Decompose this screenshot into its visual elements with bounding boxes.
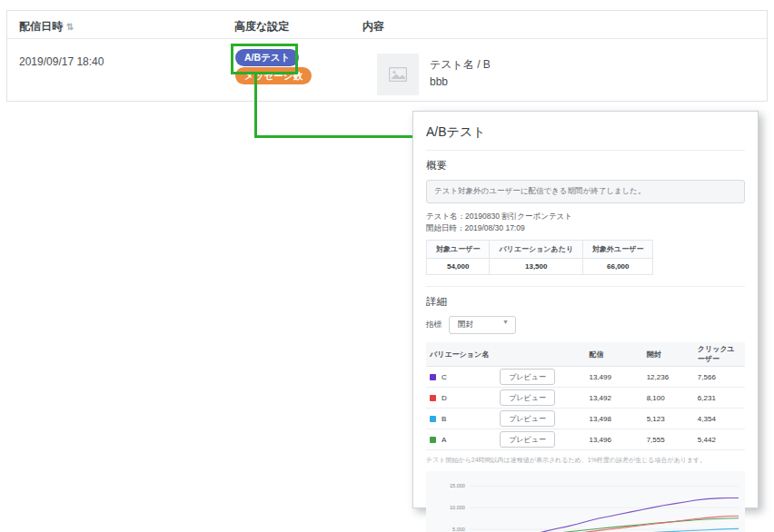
variations-header-row: バリエーション名 配信 開封 クリックユーザー (426, 342, 745, 367)
column-header-datetime: 配信日時⇅ (19, 19, 74, 34)
summary-header-target-users: 対象ユーザー (427, 241, 490, 259)
variations-header-clicked: クリックユーザー (694, 342, 745, 366)
clicked-count: 5,442 (694, 434, 745, 446)
column-header-datetime-label: 配信日時 (19, 20, 63, 33)
variations-table: バリエーション名 配信 開封 クリックユーザー C プレビュー 13,499 1… (426, 342, 745, 450)
start-datetime-value: 2019/08/30 17:09 (465, 223, 525, 232)
message-list-table: 配信日時⇅ 高度な設定 内容 2019/09/17 18:40 A/Bテスト メ… (6, 10, 768, 102)
divider (426, 286, 745, 287)
clicked-count: 4,354 (694, 413, 745, 425)
metric-select-value: 開封 (458, 320, 473, 329)
test-name-value: 20190830 割引クーポンテスト (465, 212, 572, 221)
clicked-count: 7,566 (694, 371, 745, 383)
column-header-content: 内容 (362, 19, 384, 34)
image-icon (389, 67, 407, 82)
metric-select[interactable]: 開封 ▼ (449, 316, 516, 334)
variation-color-swatch (430, 395, 436, 401)
opened-count: 5,123 (643, 413, 694, 425)
summary-header-excluded-users: 対象外ユーザー (583, 241, 653, 259)
opened-count: 7,555 (643, 434, 694, 446)
metric-label: 指標 (426, 320, 442, 330)
variations-header-delivered: 配信 (586, 348, 643, 361)
connector-line-horizontal (254, 135, 412, 138)
variation-color-swatch (430, 437, 436, 443)
svg-text:5,000: 5,000 (452, 527, 465, 532)
test-meta: テスト名：20190830 割引クーポンテスト 開始日時：2019/08/30 … (426, 211, 745, 234)
preview-button[interactable]: プレビュー (500, 369, 555, 385)
chevron-down-icon: ▼ (502, 319, 509, 325)
summary-value-target-users: 54,000 (427, 259, 490, 275)
metric-selector-row: 指標 開封 ▼ (426, 316, 745, 334)
variation-name: B (442, 415, 446, 423)
delivery-datetime: 2019/09/17 18:40 (19, 55, 104, 68)
ab-test-panel: A/Bテスト 概要 テスト対象外のユーザーに配信できる期間が終了しました。 テス… (412, 111, 759, 508)
summary-value-per-variation: 13,500 (490, 259, 583, 275)
preview-button[interactable]: プレビュー (500, 389, 555, 406)
variation-row: A プレビュー 13,496 7,555 5,442 (426, 429, 745, 450)
variation-row: B プレビュー 13,498 5,123 4,354 (426, 409, 745, 429)
column-header-advanced-settings: 高度な設定 (234, 19, 289, 34)
preliminary-data-footnote: テスト開始から24時間以内は速報値が表示されるため、1%程度の誤差が生じる場合が… (426, 456, 745, 465)
message-count-badge[interactable]: メッセージ数 (235, 67, 312, 84)
delivered-count: 13,499 (585, 371, 642, 383)
overview-heading: 概要 (426, 159, 745, 172)
clicked-count: 6,231 (694, 392, 745, 404)
summary-table: 対象ユーザー バリエーションあたり 対象外ユーザー 54,000 13,500 … (426, 240, 653, 275)
opened-count: 12,236 (643, 371, 694, 383)
variation-color-swatch (430, 416, 436, 422)
variation-row: D プレビュー 13,492 8,100 6,231 (426, 388, 745, 409)
summary-value-excluded-users: 66,000 (583, 259, 653, 275)
panel-title: A/Bテスト (426, 124, 745, 141)
preview-button[interactable]: プレビュー (500, 431, 555, 448)
message-thumbnail (377, 54, 419, 95)
svg-text:10,000: 10,000 (450, 505, 465, 510)
table-header-row: 配信日時⇅ 高度な設定 内容 (7, 11, 767, 39)
test-name-text: テスト名 / B (430, 56, 491, 74)
message-content-cell: テスト名 / B bbb (430, 56, 491, 90)
period-ended-alert: テスト対象外のユーザーに配信できる期間が終了しました。 (426, 180, 745, 203)
variations-header-name: バリエーション名 (426, 348, 586, 361)
variations-header-opened: 開封 (643, 348, 694, 361)
detail-heading: 詳細 (426, 295, 745, 309)
variation-row: C プレビュー 13,499 12,236 7,566 (426, 367, 745, 388)
delivered-count: 13,498 (585, 413, 642, 425)
opened-count: 8,100 (643, 392, 694, 404)
page: 配信日時⇅ 高度な設定 内容 2019/09/17 18:40 A/Bテスト メ… (0, 0, 774, 532)
divider (426, 150, 745, 151)
variation-name: D (442, 394, 447, 402)
delivered-count: 13,496 (585, 434, 642, 446)
message-body-text: bbb (430, 74, 491, 91)
connector-line-vertical (254, 74, 257, 137)
sort-icon[interactable]: ⇅ (66, 22, 74, 32)
variation-color-swatch (430, 374, 436, 380)
summary-header-per-variation: バリエーションあたり (490, 241, 583, 259)
svg-text:15,000: 15,000 (450, 484, 465, 489)
test-name-label: テスト名： (426, 212, 465, 221)
start-datetime-label: 開始日時： (426, 223, 465, 232)
line-chart: 05,00010,00015,00020190901 11:0020190901… (426, 473, 746, 532)
delivered-count: 13,492 (585, 392, 642, 404)
ab-test-badge[interactable]: A/Bテスト (235, 49, 299, 66)
cumulative-opens-chart: 05,00010,00015,00020190901 11:0020190901… (426, 471, 745, 532)
preview-button[interactable]: プレビュー (500, 410, 555, 427)
variation-name: A (442, 436, 446, 444)
variation-name: C (442, 373, 447, 381)
